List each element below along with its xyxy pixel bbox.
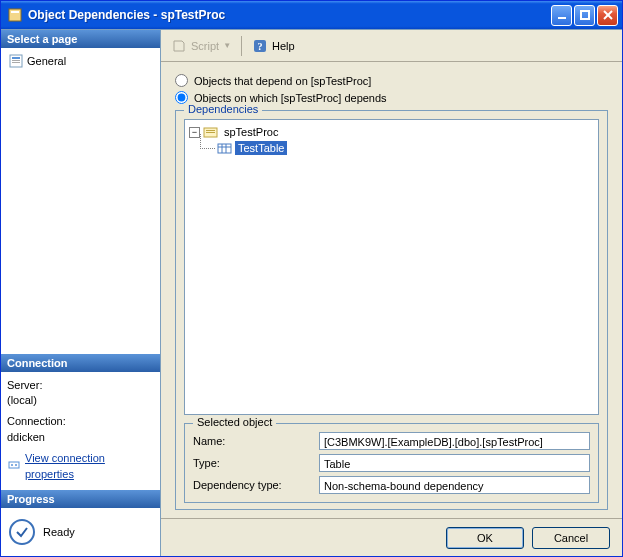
page-general-label: General: [27, 55, 66, 67]
svg-rect-0: [9, 9, 21, 21]
progress-check-icon: [9, 519, 35, 545]
tree-root-node[interactable]: − spTestProc: [189, 124, 594, 140]
page-list: General: [1, 48, 160, 74]
progress-box: Ready: [1, 508, 160, 556]
dependencies-legend: Dependencies: [184, 103, 262, 115]
svg-rect-8: [12, 60, 20, 61]
radio-depend-on-input[interactable]: [175, 74, 188, 87]
radio-depend-on-label: Objects that depend on [spTestProc]: [194, 75, 371, 87]
help-label: Help: [272, 40, 295, 52]
connection-box: Server: (local) Connection: ddicken View…: [1, 372, 160, 490]
connection-label: Connection:: [7, 414, 154, 429]
field-name: Name: [C3BMK9W].[ExampleDB].[dbo].[spTes…: [193, 432, 590, 450]
dialog-body: Select a page General Connection Server:…: [1, 29, 622, 556]
radio-depend-on[interactable]: Objects that depend on [spTestProc]: [175, 74, 608, 87]
svg-text:?: ?: [258, 41, 263, 52]
deptype-label: Dependency type:: [193, 479, 313, 491]
left-pane: Select a page General Connection Server:…: [1, 30, 161, 556]
server-label: Server:: [7, 378, 154, 393]
svg-rect-7: [12, 57, 20, 59]
svg-rect-3: [581, 11, 589, 19]
dependency-tree[interactable]: − spTestProc TestTable: [184, 119, 599, 415]
dialog-window: Object Dependencies - spTestProc Select …: [0, 0, 623, 557]
app-icon: [7, 7, 23, 23]
svg-rect-1: [11, 11, 19, 13]
content-area: Objects that depend on [spTestProc] Obje…: [161, 62, 622, 518]
svg-rect-17: [206, 132, 215, 133]
svg-rect-10: [9, 462, 19, 468]
table-icon: [217, 142, 232, 155]
ok-button[interactable]: OK: [446, 527, 524, 549]
progress-header: Progress: [1, 490, 160, 508]
connection-icon: [7, 457, 21, 475]
selected-object-legend: Selected object: [193, 416, 276, 428]
tree-root-label: spTestProc: [221, 125, 281, 139]
progress-status: Ready: [43, 526, 75, 538]
selected-object-box: Selected object Name: [C3BMK9W].[Example…: [184, 423, 599, 503]
cancel-button[interactable]: Cancel: [532, 527, 610, 549]
left-spacer: [1, 74, 160, 354]
page-general[interactable]: General: [5, 52, 156, 70]
svg-point-12: [15, 464, 17, 466]
view-connection-properties-link[interactable]: View connection properties: [7, 451, 154, 482]
maximize-button[interactable]: [574, 5, 595, 26]
script-icon: [171, 38, 187, 54]
svg-rect-18: [218, 144, 231, 153]
help-button[interactable]: ? Help: [252, 38, 295, 54]
help-icon: ?: [252, 38, 268, 54]
svg-point-11: [11, 464, 13, 466]
connection-value: ddicken: [7, 430, 154, 445]
server-value: (local): [7, 393, 154, 408]
dependencies-groupbox: Dependencies − spTestProc: [175, 110, 608, 510]
dialog-footer: OK Cancel: [161, 518, 622, 556]
tree-child-label: TestTable: [235, 141, 287, 155]
type-label: Type:: [193, 457, 313, 469]
type-value[interactable]: Table: [319, 454, 590, 472]
radio-depends-label: Objects on which [spTestProc] depends: [194, 92, 387, 104]
toolbar-separator: [241, 36, 242, 56]
script-label: Script: [191, 40, 219, 52]
close-button[interactable]: [597, 5, 618, 26]
deptype-value[interactable]: Non-schema-bound dependency: [319, 476, 590, 494]
toolbar: Script ▼ ? Help: [161, 30, 622, 62]
dependency-direction-group: Objects that depend on [spTestProc] Obje…: [175, 74, 608, 104]
right-pane: Script ▼ ? Help Objects that depend on […: [161, 30, 622, 556]
window-buttons: [551, 5, 618, 26]
connection-header: Connection: [1, 354, 160, 372]
select-page-header: Select a page: [1, 30, 160, 48]
script-button[interactable]: Script ▼: [171, 38, 231, 54]
svg-rect-16: [206, 130, 215, 131]
tree-collapse-icon[interactable]: −: [189, 127, 200, 138]
page-icon: [9, 54, 23, 68]
tree-child-node[interactable]: TestTable: [217, 140, 594, 156]
field-deptype: Dependency type: Non-schema-bound depend…: [193, 476, 590, 494]
field-type: Type: Table: [193, 454, 590, 472]
titlebar[interactable]: Object Dependencies - spTestProc: [1, 1, 622, 29]
window-title: Object Dependencies - spTestProc: [28, 8, 551, 22]
name-value[interactable]: [C3BMK9W].[ExampleDB].[dbo].[spTestProc]: [319, 432, 590, 450]
dropdown-arrow-icon: ▼: [223, 41, 231, 50]
svg-rect-9: [12, 62, 20, 63]
view-connection-properties-label[interactable]: View connection properties: [25, 451, 154, 482]
svg-rect-2: [558, 17, 566, 19]
name-label: Name:: [193, 435, 313, 447]
minimize-button[interactable]: [551, 5, 572, 26]
